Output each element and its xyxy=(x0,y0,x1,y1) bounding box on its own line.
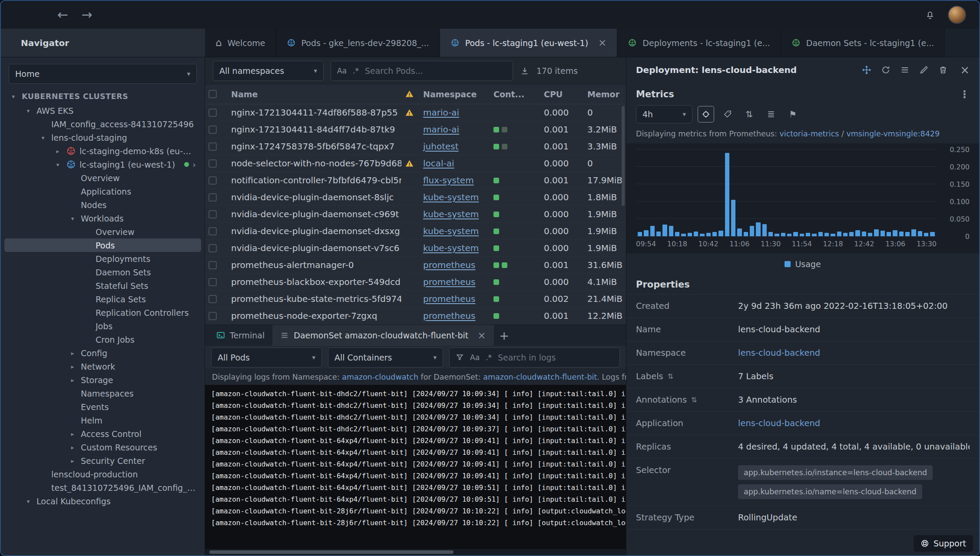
sort-icon[interactable]: ⇅ xyxy=(668,373,673,380)
namespace-link[interactable]: kube-system xyxy=(423,209,479,219)
select-all-checkbox[interactable] xyxy=(209,90,217,98)
sidebar-item-replication-controllers[interactable]: Replication Controllers xyxy=(4,306,201,319)
tab-daemon-sets-lc-staging1-e[interactable]: Daemon Sets - lc-staging1 (e... xyxy=(781,29,945,57)
checkbox[interactable] xyxy=(209,142,217,151)
sidebar-item-kubernetes-clusters[interactable]: ▾KUBERNETES CLUSTERS xyxy=(4,89,201,104)
namespace-link[interactable]: prometheus xyxy=(423,294,475,304)
logs-daemonset-link[interactable]: amazon-cloudwatch-fluent-bit. xyxy=(483,373,599,381)
filter-funnel-icon[interactable] xyxy=(456,353,464,361)
chevron-right-icon[interactable]: ▸ xyxy=(68,377,77,384)
logs-namespace-link[interactable]: amazon-cloudwatch xyxy=(342,373,418,381)
sidebar-item-stateful-sets[interactable]: Stateful Sets xyxy=(4,279,201,292)
sidebar-item-workloads[interactable]: ▾Workloads xyxy=(4,212,201,225)
checkbox[interactable] xyxy=(209,261,217,269)
namespace-link[interactable]: flux-system xyxy=(423,175,474,185)
match-case-icon[interactable]: Aa xyxy=(337,66,347,75)
dock-tab-daemonset-amazon-cloudwatch-fluent-bit[interactable]: DaemonSet amazon-cloudwatch-fluent-bit× xyxy=(272,325,493,346)
sidebar-item-aws-eks[interactable]: ▾AWS EKS xyxy=(4,104,201,117)
kebab-menu-icon[interactable]: ⋮ xyxy=(960,89,970,100)
stacked-view-button[interactable] xyxy=(763,106,779,122)
namespace-link[interactable]: mario-ai xyxy=(423,124,459,135)
logs-scrollbar-thumb[interactable] xyxy=(209,550,454,554)
column-header-name[interactable]: Name xyxy=(228,89,401,99)
namespace-link[interactable]: juhotest xyxy=(423,141,459,152)
table-row[interactable]: notification-controller-7bfbfd6479-cbl5r… xyxy=(205,172,626,189)
table-row[interactable]: nvidia-device-plugin-daemonset-8sljckube… xyxy=(205,189,626,206)
dock-tab-terminal[interactable]: Terminal xyxy=(209,325,272,346)
checkbox[interactable] xyxy=(209,227,217,235)
sidebar-item-config[interactable]: ▸Config xyxy=(4,346,201,360)
chart-legend[interactable]: Usage xyxy=(626,253,979,273)
namespace-link[interactable]: prometheus xyxy=(423,277,475,287)
sidebar-item-daemon-sets[interactable]: Daemon Sets xyxy=(4,265,201,279)
sidebar-item-replica-sets[interactable]: Replica Sets xyxy=(4,292,201,306)
chevron-right-icon[interactable]: › xyxy=(192,160,196,169)
close-panel-icon[interactable]: × xyxy=(960,64,970,76)
checkbox[interactable] xyxy=(209,312,217,320)
namespace-link[interactable]: prometheus xyxy=(423,260,475,270)
table-row[interactable]: prometheus-node-exporter-7zgxqprometheus… xyxy=(205,308,626,324)
chevron-right-icon[interactable]: ▸ xyxy=(68,444,77,451)
metrics-endpoint-link[interactable]: vmsingle-vmsingle:8429 xyxy=(846,129,940,138)
regex-icon[interactable]: .* xyxy=(486,353,492,362)
chevron-down-icon[interactable]: ▾ xyxy=(9,93,18,100)
sidebar-item-lens-cloud-staging[interactable]: ▾lens-cloud-staging xyxy=(4,131,201,144)
move-panel-icon[interactable] xyxy=(862,65,871,75)
sidebar-item-overview[interactable]: Overview xyxy=(4,225,201,238)
sidebar-item-local-kubeconfigs[interactable]: ▾Local Kubeconfigs xyxy=(4,494,201,508)
regex-icon[interactable]: .* xyxy=(353,66,359,75)
refresh-icon[interactable] xyxy=(881,65,891,75)
tab-deployments-lc-staging1-e[interactable]: Deployments - lc-staging1 (e... xyxy=(617,29,781,57)
chevron-right-icon[interactable]: ▸ xyxy=(68,430,77,437)
close-icon[interactable]: × xyxy=(477,331,486,341)
support-button[interactable]: Support xyxy=(914,535,973,552)
tab-pods-lc-staging1-eu-west-1[interactable]: Pods - lc-staging1 (eu-west-1)× xyxy=(440,29,618,57)
table-row[interactable]: nginx-1724758378-5fb6f5847c-tqpx7juhotes… xyxy=(205,138,626,155)
tab-welcome[interactable]: ⌂Welcome xyxy=(205,29,276,57)
property-link[interactable]: lens-cloud-backend xyxy=(738,418,820,428)
sidebar-item-overview[interactable]: Overview xyxy=(4,171,201,185)
match-case-icon[interactable]: Aa xyxy=(470,353,480,362)
chevron-down-icon[interactable]: ▾ xyxy=(53,161,63,168)
pods-search-input[interactable] xyxy=(365,66,507,76)
chevron-right-icon[interactable]: ▸ xyxy=(68,363,77,370)
sidebar-item-jobs[interactable]: Jobs xyxy=(4,319,201,333)
checkbox[interactable] xyxy=(209,193,217,202)
menu-icon[interactable] xyxy=(900,65,910,75)
chevron-down-icon[interactable]: ▾ xyxy=(38,134,48,141)
sidebar-item-namespaces[interactable]: Namespaces xyxy=(4,387,201,400)
sidebar-item-pods[interactable]: Pods xyxy=(4,238,201,252)
sort-button[interactable]: ⇅ xyxy=(741,106,758,122)
column-header-cpu[interactable]: CPU xyxy=(540,89,584,99)
sidebar-item-helm[interactable]: Helm xyxy=(4,414,201,427)
namespace-filter-select[interactable]: All namespaces ▾ xyxy=(213,61,324,81)
column-header-containers[interactable]: Cont... xyxy=(490,89,540,99)
sidebar-item-custom-resources[interactable]: ▸Custom Resources xyxy=(4,440,201,454)
column-header-warnings[interactable] xyxy=(401,89,420,99)
sidebar-item-deployments[interactable]: Deployments xyxy=(4,252,201,265)
table-row[interactable]: prometheus-alertmanager-0prometheus0.001… xyxy=(205,257,626,274)
checkbox[interactable] xyxy=(209,210,217,218)
forward-button[interactable]: → xyxy=(81,8,92,21)
column-header-namespace[interactable]: Namespace xyxy=(420,89,490,99)
sidebar-item-nodes[interactable]: Nodes xyxy=(4,198,201,212)
chevron-right-icon[interactable]: ▸ xyxy=(68,350,77,357)
chevron-down-icon[interactable]: ▾ xyxy=(23,107,33,114)
sidebar-item-lc-staging-demo-k8s-eu-west-1[interactable]: ▸lc-staging-demo-k8s (eu-west-1) xyxy=(4,144,201,158)
sidebar-item-security-center[interactable]: ▸Security Center xyxy=(4,454,201,467)
table-row[interactable]: nvidia-device-plugin-daemonset-v7sc6kube… xyxy=(205,240,626,257)
chevron-right-icon[interactable]: ▸ xyxy=(68,457,77,464)
table-row[interactable]: nginx-1721304411-74df86f588-87p55mario-a… xyxy=(205,104,626,121)
table-row[interactable]: nvidia-device-plugin-daemonset-c969tkube… xyxy=(205,206,626,223)
sidebar-item-events[interactable]: Events xyxy=(4,400,201,414)
metrics-range-select[interactable]: 4h ▾ xyxy=(636,105,692,123)
table-scrollbar-thumb[interactable] xyxy=(622,106,625,206)
namespace-link[interactable]: kube-system xyxy=(423,192,479,202)
property-link[interactable]: lens-cloud-backend xyxy=(738,348,820,358)
checkbox[interactable] xyxy=(209,126,217,134)
tab-pods-gke-lens-dev-298208[interactable]: Pods - gke_lens-dev-298208_... xyxy=(276,29,440,57)
namespace-link[interactable]: mario-ai xyxy=(423,107,459,118)
notifications-bell-icon[interactable] xyxy=(925,10,935,20)
metrics-provider-link[interactable]: victoria-metrics xyxy=(779,129,839,138)
sort-icon[interactable]: ⇅ xyxy=(691,397,697,404)
